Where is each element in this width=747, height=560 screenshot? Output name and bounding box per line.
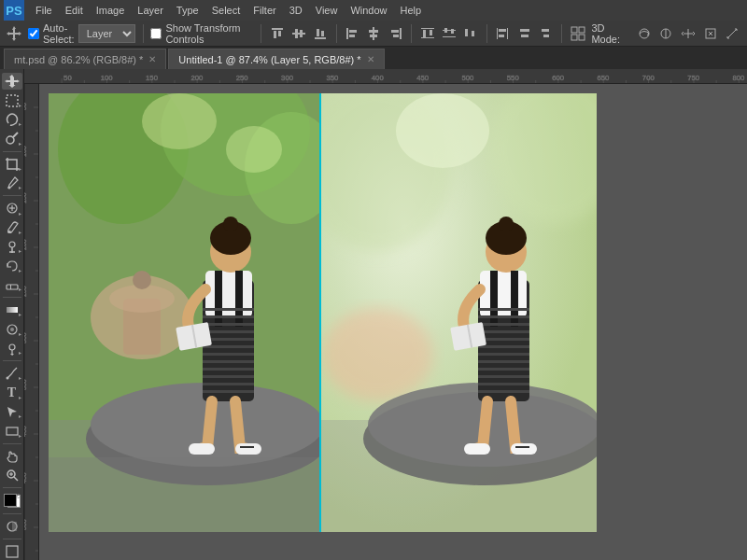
tab-untitled-close[interactable]: ✕	[367, 54, 374, 64]
svg-rect-171	[203, 323, 254, 326]
svg-rect-16	[391, 30, 399, 33]
options-bar: Auto-Select: Layer Group Show Transform …	[0, 21, 747, 47]
svg-rect-32	[520, 29, 529, 32]
svg-rect-4	[295, 29, 298, 38]
menu-image[interactable]: Image	[91, 3, 131, 18]
screen-mode-btn[interactable]	[2, 543, 22, 560]
svg-text:200: 200	[190, 74, 204, 82]
menu-edit[interactable]: Edit	[60, 3, 89, 18]
menu-3d[interactable]: 3D	[284, 3, 308, 18]
path-selection-tool[interactable]: ▸	[2, 403, 22, 420]
menu-window[interactable]: Window	[345, 3, 392, 18]
distribute-left-btn[interactable]	[495, 23, 511, 44]
align-vcenter-btn[interactable]	[290, 23, 306, 44]
menu-select[interactable]: Select	[206, 3, 247, 18]
svg-rect-205	[478, 330, 529, 333]
eyedropper-tool[interactable]: ▸	[2, 175, 22, 191]
shape-tool[interactable]: ▸	[2, 422, 22, 439]
zoom-tool[interactable]	[2, 467, 22, 483]
tab-untitled[interactable]: Untitled-1 @ 87.4% (Layer 5, RGB/8#) * ✕	[168, 49, 384, 69]
menu-file[interactable]: File	[30, 3, 58, 18]
svg-text:500: 500	[24, 519, 27, 530]
quick-mask-btn[interactable]	[2, 517, 22, 534]
svg-point-190	[396, 93, 489, 168]
menu-layer[interactable]: Layer	[132, 3, 169, 18]
svg-rect-217	[511, 443, 537, 455]
blur-tool[interactable]: ▸	[2, 320, 22, 337]
distribute-top-btn[interactable]	[419, 23, 435, 44]
distribute-hcenter-btn[interactable]	[516, 23, 532, 44]
menu-type[interactable]: Type	[171, 3, 204, 18]
svg-rect-11	[349, 35, 355, 37]
distribute-vcenter-btn[interactable]	[441, 23, 457, 44]
align-hcenter-btn[interactable]	[366, 23, 382, 44]
gradient-tool[interactable]: ▸	[2, 301, 22, 318]
svg-text:50: 50	[24, 103, 27, 110]
quick-select-tool[interactable]: ▸	[2, 130, 22, 147]
svg-rect-6	[315, 37, 326, 39]
svg-point-58	[9, 344, 15, 350]
menu-view[interactable]: View	[310, 3, 344, 18]
ruler-top: 50 100 150 200 250 300 350 400 450 500 5…	[24, 69, 747, 84]
svg-rect-55	[7, 307, 18, 313]
hand-tool[interactable]	[2, 448, 22, 465]
brush-tool[interactable]: ▸	[2, 219, 22, 236]
svg-rect-21	[421, 37, 434, 38]
options-divider-3	[336, 24, 337, 43]
svg-point-158	[133, 271, 151, 289]
tab-mt-psd[interactable]: mt.psd @ 86.2% (RGB/8#) * ✕	[4, 49, 166, 69]
auto-select-dropdown[interactable]: Layer Group	[78, 24, 135, 43]
align-right-btn[interactable]	[388, 23, 403, 44]
svg-text:250: 250	[24, 286, 27, 297]
svg-rect-204	[478, 323, 529, 326]
svg-text:300: 300	[281, 74, 294, 82]
options-divider-4	[411, 24, 412, 43]
menu-help[interactable]: Help	[395, 3, 428, 18]
svg-rect-212	[478, 383, 529, 385]
3d-roll-btn[interactable]	[657, 23, 676, 44]
align-bottom-btn[interactable]	[313, 23, 329, 44]
svg-text:350: 350	[24, 379, 27, 390]
svg-text:500: 500	[461, 74, 474, 82]
align-left-btn[interactable]	[345, 23, 360, 44]
move-tool[interactable]	[2, 73, 22, 90]
svg-rect-186	[49, 457, 319, 532]
lasso-tool[interactable]: ▸	[2, 111, 22, 128]
svg-rect-14	[370, 35, 377, 37]
eraser-tool[interactable]: ▸	[2, 276, 22, 293]
3d-slide-btn[interactable]	[701, 23, 720, 44]
3d-pan-btn[interactable]	[679, 23, 698, 44]
color-swatches[interactable]: ⟲	[2, 492, 22, 509]
menu-filter[interactable]: Filter	[247, 3, 281, 18]
marquee-tool[interactable]: ▸	[2, 91, 22, 108]
auto-select-checkbox[interactable]	[28, 28, 39, 39]
svg-rect-180	[203, 390, 254, 393]
svg-rect-183	[189, 443, 215, 455]
tab-mt-psd-close[interactable]: ✕	[148, 54, 156, 64]
svg-point-154	[226, 126, 282, 173]
svg-rect-43	[7, 95, 18, 106]
svg-rect-13	[369, 30, 378, 33]
svg-rect-169	[203, 308, 254, 311]
svg-rect-185	[240, 446, 254, 448]
type-tool[interactable]: T ▸	[2, 384, 22, 400]
clone-stamp-tool[interactable]: ▸	[2, 238, 22, 255]
spot-healing-tool[interactable]: ▸	[2, 200, 22, 217]
tool-separator-5	[3, 443, 21, 444]
show-transform-checkbox[interactable]	[150, 28, 162, 39]
pen-tool[interactable]: ▸	[2, 365, 22, 382]
svg-rect-66	[12, 522, 17, 531]
distribute-right-btn[interactable]	[538, 23, 554, 44]
history-brush-tool[interactable]: ▸	[2, 257, 22, 273]
svg-rect-35	[543, 35, 549, 37]
crop-tool[interactable]: ▸	[2, 155, 22, 172]
svg-rect-210	[478, 368, 529, 371]
dodge-tool[interactable]: ▸	[2, 340, 22, 357]
distribute-bottom-btn[interactable]	[463, 23, 479, 44]
3d-scale-btn[interactable]	[723, 23, 741, 44]
spacing-btn[interactable]	[570, 23, 585, 44]
3d-rotate-btn[interactable]	[635, 23, 654, 44]
svg-text:200: 200	[24, 239, 27, 250]
align-top-btn[interactable]	[269, 23, 285, 44]
canvas-scroll[interactable]	[39, 84, 747, 560]
